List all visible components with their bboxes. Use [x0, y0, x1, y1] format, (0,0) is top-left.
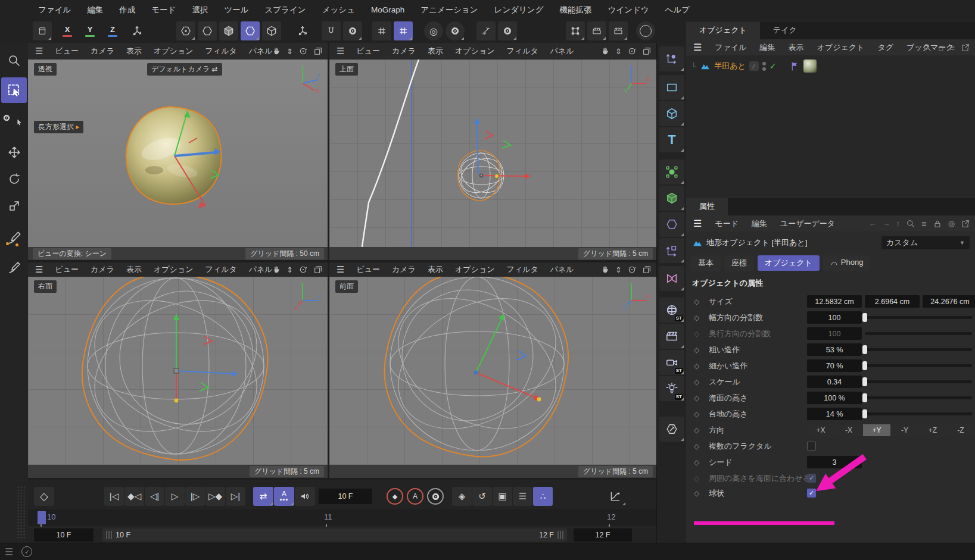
- sky-environment-icon[interactable]: ST: [659, 298, 684, 323]
- viewport-menu-panel[interactable]: パネル: [249, 264, 273, 275]
- viewport-menu-options[interactable]: オプション: [154, 46, 194, 57]
- cube-primitive-icon[interactable]: [659, 101, 684, 126]
- current-frame-field[interactable]: 10 F: [319, 489, 372, 504]
- orientation-minus-x[interactable]: -X: [835, 424, 862, 436]
- om-menu-view[interactable]: 表示: [789, 42, 804, 53]
- key-pla-toggle[interactable]: ∴: [533, 487, 553, 506]
- render-region-icon[interactable]: [566, 21, 585, 40]
- dolly-icon[interactable]: ⇕: [286, 47, 293, 56]
- spline-move-icon[interactable]: [659, 46, 684, 71]
- pan-hand-icon[interactable]: [600, 265, 610, 274]
- rough-furrows-slider[interactable]: [865, 348, 972, 351]
- dolly-icon[interactable]: ⇕: [615, 265, 622, 274]
- om-menu-objects[interactable]: オブジェクト: [817, 42, 865, 53]
- keyframe-dot-icon[interactable]: ◇: [694, 410, 702, 418]
- tab-coordinates[interactable]: 座標: [724, 255, 754, 271]
- viewport-right[interactable]: ☰ ビュー カメラ 表示 オプション フィルタ パネル ⇕: [28, 262, 328, 478]
- terrain-object-perspective[interactable]: [126, 107, 222, 204]
- enable-axis-icon[interactable]: [293, 21, 312, 40]
- y-axis-lock-button[interactable]: Y: [82, 23, 98, 39]
- maximize-view-icon[interactable]: [642, 46, 652, 56]
- tab-phong[interactable]: Phong: [823, 255, 871, 271]
- section-object-properties[interactable]: オブジェクトの属性: [692, 278, 763, 289]
- viewport-menu-camera[interactable]: カメラ: [392, 46, 416, 57]
- fine-furrows-slider[interactable]: [865, 364, 972, 367]
- menu-window[interactable]: ウインドウ: [608, 5, 649, 15]
- object-mode-icon[interactable]: [241, 21, 260, 40]
- material-tag-thumbnail[interactable]: [803, 60, 817, 73]
- enabled-check-icon[interactable]: ✓: [770, 61, 777, 71]
- camera-chip[interactable]: デフォルトカメラ ⇄: [147, 63, 222, 76]
- fcurve-editor-icon[interactable]: [605, 487, 626, 506]
- menu-mode[interactable]: モード: [151, 5, 176, 15]
- snap-settings-icon[interactable]: [343, 21, 362, 40]
- am-menu-icon[interactable]: ☰: [693, 218, 702, 229]
- orientation-plus-y[interactable]: +Y: [863, 424, 890, 436]
- am-popout-icon[interactable]: [961, 219, 970, 229]
- plateau-level-field[interactable]: 14 %: [807, 408, 862, 420]
- om-menu-tags[interactable]: タグ: [877, 42, 893, 53]
- pan-hand-icon[interactable]: [272, 265, 281, 274]
- autokey-all-button[interactable]: A▪▪▪: [274, 487, 294, 506]
- rough-furrows-field[interactable]: 53 %: [807, 343, 862, 356]
- menu-spline[interactable]: スプライン: [265, 5, 306, 15]
- object-layer-chip[interactable]: ∕: [749, 61, 759, 71]
- timeline-ruler[interactable]: 10 11 12: [28, 509, 656, 527]
- keyframe-dot-icon[interactable]: ◇: [694, 394, 702, 402]
- goto-start-button[interactable]: |◁: [104, 487, 124, 506]
- viewport-menu-view[interactable]: ビュー: [356, 264, 380, 275]
- timeline-range-slider[interactable]: 10 F 12 F: [102, 528, 567, 542]
- tab-attributes[interactable]: 属性: [686, 198, 728, 215]
- plateau-level-slider[interactable]: [865, 412, 972, 415]
- viewport-menu-panel[interactable]: パネル: [550, 46, 574, 57]
- tab-object[interactable]: オブジェクト: [758, 255, 820, 271]
- search-commander-icon[interactable]: [1, 48, 27, 73]
- range-right-grip[interactable]: [557, 531, 563, 539]
- scale-field[interactable]: 0.34: [807, 376, 862, 388]
- am-menu-edit[interactable]: 編集: [752, 218, 767, 229]
- size-z-field[interactable]: 24.2676 cm: [923, 295, 975, 308]
- keyframe-dot-icon[interactable]: ◇: [694, 489, 702, 498]
- viewport-menu-display[interactable]: 表示: [126, 46, 142, 57]
- record-keyframe-button[interactable]: ◆: [387, 488, 403, 505]
- menu-create[interactable]: 作成: [119, 5, 135, 15]
- camera-swap-icon[interactable]: ⇄: [212, 65, 218, 73]
- size-x-field[interactable]: 12.5832 cm: [807, 295, 862, 308]
- null-axis-icon[interactable]: [659, 238, 684, 263]
- am-up-icon[interactable]: ↑: [896, 219, 900, 228]
- om-popout-icon[interactable]: [961, 43, 970, 52]
- viewport-menu-view[interactable]: ビュー: [55, 46, 79, 57]
- viewport-menu-options[interactable]: オプション: [455, 264, 495, 275]
- status-menu-icon[interactable]: ☰: [5, 546, 13, 558]
- spline-smooth-tool-icon[interactable]: [1, 225, 27, 251]
- render-view-icon[interactable]: [587, 21, 606, 40]
- viewport-menu-display[interactable]: 表示: [428, 46, 443, 57]
- om-filter-icon[interactable]: ≡: [949, 42, 955, 52]
- keyframe-diamond-button[interactable]: ◇: [34, 487, 54, 506]
- tool-settings-icon[interactable]: [498, 21, 517, 40]
- maximize-view-icon[interactable]: [313, 46, 323, 56]
- menu-extensions[interactable]: 機能拡張: [560, 5, 592, 15]
- uv-mode-icon[interactable]: [262, 21, 281, 40]
- make-editable-icon[interactable]: [176, 21, 195, 40]
- range-end-field[interactable]: 12 F: [574, 528, 632, 542]
- viewport-perspective[interactable]: ☰ ビュー カメラ 表示 オプション フィルタ パネル ⇕: [28, 43, 328, 260]
- sound-button[interactable]: [295, 487, 315, 506]
- coordinate-system-icon[interactable]: [127, 21, 147, 40]
- next-key-button[interactable]: ▷◆: [205, 487, 225, 506]
- keyframe-dot-icon[interactable]: ◇: [694, 298, 702, 306]
- om-menu-edit[interactable]: 編集: [760, 42, 775, 53]
- viewport-front[interactable]: ☰ ビュー カメラ 表示 オプション フィルタ パネル ⇕: [329, 262, 656, 478]
- am-forward-icon[interactable]: →: [882, 219, 890, 228]
- play-button[interactable]: ▷: [165, 487, 185, 506]
- keyframe-dot-icon[interactable]: ◇: [694, 346, 702, 354]
- light-object-icon[interactable]: ST: [659, 376, 684, 401]
- keyframe-dot-icon[interactable]: ◇: [694, 362, 702, 370]
- keyframe-dot-icon[interactable]: ◇: [694, 378, 702, 386]
- tab-takes[interactable]: テイク: [760, 22, 810, 39]
- text-spline-icon[interactable]: T: [659, 127, 684, 152]
- range-left-grip[interactable]: [106, 531, 112, 539]
- menu-tools[interactable]: ツール: [224, 5, 248, 15]
- autokey-button[interactable]: A: [407, 488, 423, 505]
- viewport-menu-options[interactable]: オプション: [455, 46, 495, 57]
